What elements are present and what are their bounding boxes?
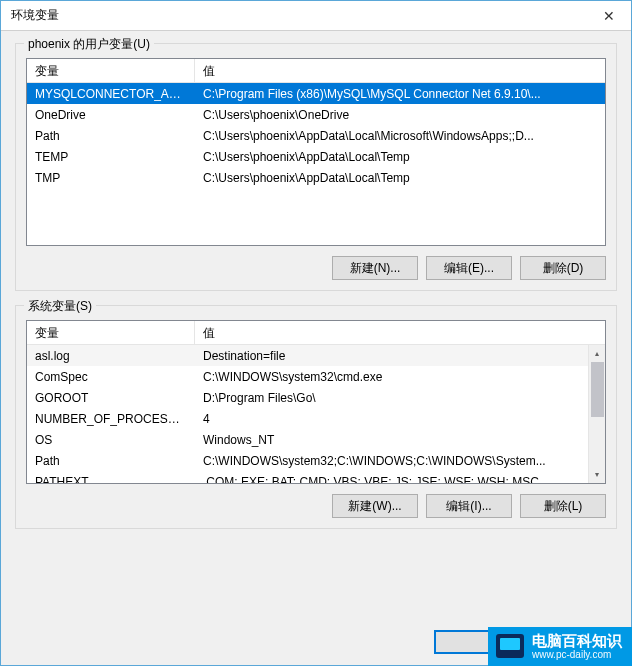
var-name: TMP (27, 169, 195, 187)
var-name: TEMP (27, 148, 195, 166)
var-name: OS (27, 431, 195, 449)
watermark-monitor-icon (496, 634, 524, 658)
system-vars-list[interactable]: 变量 值 asl.log Destination=file ComSpec C:… (26, 320, 606, 484)
col-header-value[interactable]: 值 (195, 321, 605, 344)
user-vars-label: phoenix 的用户变量(U) (24, 36, 154, 53)
var-value: C:\Users\phoenix\AppData\Local\Microsoft… (195, 127, 605, 145)
watermark-url: www.pc-daily.com (532, 649, 622, 660)
user-vars-group: phoenix 的用户变量(U) 变量 值 MYSQLCONNECTOR_ASS… (15, 43, 617, 291)
var-value: .COM;.EXE;.BAT;.CMD;.VBS;.VBE;.JS;.JSE;.… (195, 473, 605, 484)
system-vars-group: 系统变量(S) 变量 值 asl.log Destination=file Co… (15, 305, 617, 529)
var-value: C:\Users\phoenix\AppData\Local\Temp (195, 148, 605, 166)
scroll-up-icon[interactable]: ▴ (589, 345, 605, 362)
var-value: C:\Users\phoenix\AppData\Local\Temp (195, 169, 605, 187)
list-body: MYSQLCONNECTOR_ASS... C:\Program Files (… (27, 83, 605, 245)
user-button-row: 新建(N)... 编辑(E)... 删除(D) (26, 256, 606, 280)
table-row[interactable]: PATHEXT .COM;.EXE;.BAT;.CMD;.VBS;.VBE;.J… (27, 471, 605, 483)
user-vars-list[interactable]: 变量 值 MYSQLCONNECTOR_ASS... C:\Program Fi… (26, 58, 606, 246)
window-title: 环境变量 (11, 7, 59, 24)
system-vars-label: 系统变量(S) (24, 298, 96, 315)
var-name: OneDrive (27, 106, 195, 124)
list-header: 变量 值 (27, 321, 605, 345)
scroll-down-icon[interactable]: ▾ (589, 466, 605, 483)
table-row[interactable]: ComSpec C:\WINDOWS\system32\cmd.exe (27, 366, 605, 387)
table-row[interactable]: Path C:\Users\phoenix\AppData\Local\Micr… (27, 125, 605, 146)
var-name: Path (27, 127, 195, 145)
close-button[interactable]: ✕ (586, 1, 631, 30)
col-header-variable[interactable]: 变量 (27, 59, 195, 82)
table-row[interactable]: asl.log Destination=file (27, 345, 605, 366)
table-row[interactable]: OneDrive C:\Users\phoenix\OneDrive (27, 104, 605, 125)
content-area: phoenix 的用户变量(U) 变量 值 MYSQLCONNECTOR_ASS… (1, 31, 631, 665)
list-body: asl.log Destination=file ComSpec C:\WIND… (27, 345, 605, 483)
var-name: PATHEXT (27, 473, 195, 484)
var-value: 4 (195, 410, 605, 428)
scroll-thumb[interactable] (591, 362, 604, 417)
table-row[interactable]: TEMP C:\Users\phoenix\AppData\Local\Temp (27, 146, 605, 167)
table-row[interactable]: OS Windows_NT (27, 429, 605, 450)
table-row[interactable]: Path C:\WINDOWS\system32;C:\WINDOWS;C:\W… (27, 450, 605, 471)
scrollbar[interactable]: ▴ ▾ (588, 345, 605, 483)
var-value: Windows_NT (195, 431, 605, 449)
table-row[interactable]: TMP C:\Users\phoenix\AppData\Local\Temp (27, 167, 605, 188)
var-name: GOROOT (27, 389, 195, 407)
system-new-button[interactable]: 新建(W)... (332, 494, 418, 518)
list-header: 变量 值 (27, 59, 605, 83)
user-edit-button[interactable]: 编辑(E)... (426, 256, 512, 280)
system-delete-button[interactable]: 删除(L) (520, 494, 606, 518)
table-row[interactable]: NUMBER_OF_PROCESSORS 4 (27, 408, 605, 429)
watermark-text: 电脑百科知识 www.pc-daily.com (532, 633, 622, 661)
var-value: C:\Program Files (x86)\MySQL\MySQL Conne… (195, 85, 605, 103)
user-delete-button[interactable]: 删除(D) (520, 256, 606, 280)
var-value: D:\Program Files\Go\ (195, 389, 605, 407)
table-row[interactable]: MYSQLCONNECTOR_ASS... C:\Program Files (… (27, 83, 605, 104)
var-name: NUMBER_OF_PROCESSORS (27, 410, 195, 428)
watermark-title: 电脑百科知识 (532, 633, 622, 650)
var-value: C:\WINDOWS\system32\cmd.exe (195, 368, 605, 386)
col-header-variable[interactable]: 变量 (27, 321, 195, 344)
close-icon: ✕ (603, 8, 615, 24)
var-name: asl.log (27, 347, 195, 365)
titlebar: 环境变量 ✕ (1, 1, 631, 31)
table-row[interactable]: GOROOT D:\Program Files\Go\ (27, 387, 605, 408)
system-edit-button[interactable]: 编辑(I)... (426, 494, 512, 518)
var-value: C:\Users\phoenix\OneDrive (195, 106, 605, 124)
var-value: C:\WINDOWS\system32;C:\WINDOWS;C:\WINDOW… (195, 452, 605, 470)
watermark: 电脑百科知识 www.pc-daily.com (488, 627, 632, 667)
var-name: MYSQLCONNECTOR_ASS... (27, 85, 195, 103)
env-vars-dialog: 环境变量 ✕ phoenix 的用户变量(U) 变量 值 MYSQLCONNEC… (0, 0, 632, 666)
var-name: ComSpec (27, 368, 195, 386)
var-name: Path (27, 452, 195, 470)
user-new-button[interactable]: 新建(N)... (332, 256, 418, 280)
system-button-row: 新建(W)... 编辑(I)... 删除(L) (26, 494, 606, 518)
var-value: Destination=file (195, 347, 605, 365)
col-header-value[interactable]: 值 (195, 59, 605, 82)
